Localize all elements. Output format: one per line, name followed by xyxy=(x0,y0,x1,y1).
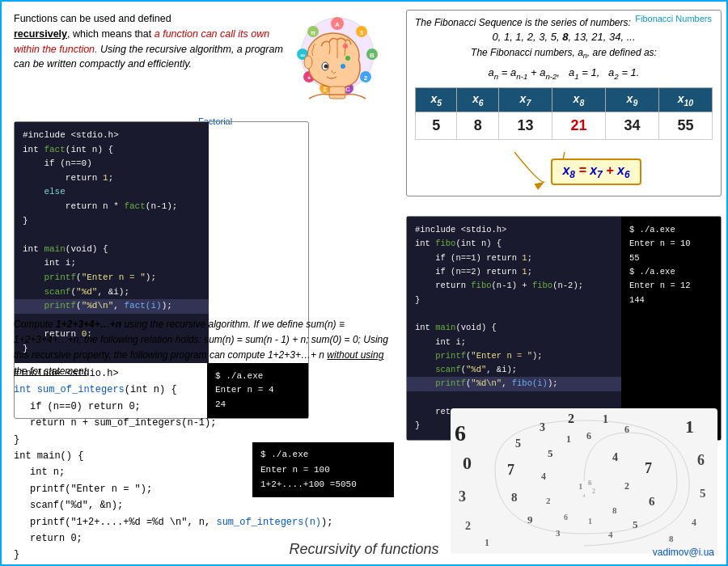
svg-text:1: 1 xyxy=(566,433,571,445)
svg-text:3: 3 xyxy=(459,488,466,505)
footer-title: Recursivity of functions xyxy=(289,541,438,558)
svg-text:1: 1 xyxy=(603,413,608,425)
svg-text:8: 8 xyxy=(669,534,674,543)
fib-header-x8: x8 xyxy=(552,87,605,112)
bottom-output: $ ./a.exe Enter n = 100 1+2+....+100 =50… xyxy=(252,442,394,497)
fib-header-x6: x6 xyxy=(457,87,498,112)
svg-text:7: 7 xyxy=(645,460,652,476)
svg-text:6: 6 xyxy=(586,430,591,441)
svg-text:4: 4 xyxy=(608,530,613,539)
fib-val-21: 21 xyxy=(552,112,605,139)
fib-header-x10: x10 xyxy=(658,87,712,112)
recursively-word: recursively xyxy=(14,28,67,40)
svg-text:0: 0 xyxy=(463,453,472,473)
intro-text: Functions can be used and defined recurs… xyxy=(14,11,289,72)
footer-email: vadimov@i.ua xyxy=(653,547,714,558)
svg-text:4: 4 xyxy=(612,451,618,463)
svg-text:5: 5 xyxy=(633,518,638,530)
svg-text:1: 1 xyxy=(485,537,489,548)
svg-point-21 xyxy=(304,56,312,69)
svg-text:4: 4 xyxy=(582,492,586,499)
svg-text:7: 7 xyxy=(507,462,514,478)
svg-text:6: 6 xyxy=(624,424,629,435)
svg-text:1: 1 xyxy=(685,416,694,437)
svg-text:∞: ∞ xyxy=(300,52,305,59)
fibonacci-label: Fibonacci Numbers xyxy=(633,14,714,23)
fib-header-x9: x9 xyxy=(605,87,658,112)
svg-text:3: 3 xyxy=(556,528,561,538)
fib-val-13: 13 xyxy=(498,112,552,139)
svg-point-26 xyxy=(341,64,345,69)
fibonacci-sequence: 0, 1, 1, 2, 3, 5, 8, 13, 21, 34, ... xyxy=(415,31,713,43)
svg-text:4: 4 xyxy=(692,517,696,528)
svg-text:B: B xyxy=(370,52,375,59)
svg-text:6: 6 xyxy=(697,452,705,468)
fib-val-34: 34 xyxy=(605,112,658,139)
svg-point-25 xyxy=(345,56,350,61)
svg-text:π: π xyxy=(311,29,315,36)
fib-val-55: 55 xyxy=(658,112,712,139)
svg-text:3: 3 xyxy=(360,29,364,36)
fib-header-x7: x7 xyxy=(498,87,552,112)
svg-text:9: 9 xyxy=(527,513,533,526)
fibonacci-header-row: x5 x6 x7 x8 x9 x10 xyxy=(416,87,713,112)
svg-text:8: 8 xyxy=(511,491,518,504)
svg-rect-20 xyxy=(329,87,345,99)
svg-point-24 xyxy=(343,44,348,49)
svg-text:6: 6 xyxy=(455,420,466,446)
svg-text:2: 2 xyxy=(465,520,471,532)
svg-text:A: A xyxy=(335,21,340,28)
svg-text:8: 8 xyxy=(612,505,617,515)
fibonacci-value-row: 5 8 13 21 34 55 xyxy=(416,112,713,139)
svg-text:2: 2 xyxy=(364,74,368,82)
svg-text:2: 2 xyxy=(624,480,629,492)
svg-text:Σ: Σ xyxy=(324,86,328,93)
intro-line1: Functions can be used and defined xyxy=(14,13,171,24)
svg-text:3: 3 xyxy=(540,421,545,433)
svg-text:2: 2 xyxy=(568,412,574,425)
svg-text:2: 2 xyxy=(592,488,595,495)
fibonacci-arrow-area: x8 = x7 + x6 xyxy=(415,144,713,189)
svg-text:6: 6 xyxy=(649,495,655,508)
svg-text:5: 5 xyxy=(548,447,553,459)
brain-image: A 3 B 2 C Σ + ∞ π xyxy=(281,10,394,123)
svg-text:6: 6 xyxy=(588,479,592,487)
svg-text:5: 5 xyxy=(700,487,706,500)
fibonacci-formula: an = an-1 + an-2, a1 = 1, a2 = 1. xyxy=(415,66,713,81)
svg-text:2: 2 xyxy=(546,496,551,505)
fibonacci-section: Fibonacci Numbers The Fibonacci Sequence… xyxy=(406,10,722,196)
svg-text:5: 5 xyxy=(515,437,521,450)
fibonacci-defined: The Fibonacci numbers, an, are defined a… xyxy=(415,47,713,60)
svg-text:1: 1 xyxy=(588,517,592,526)
svg-text:1: 1 xyxy=(578,481,583,491)
svg-point-23 xyxy=(324,65,328,69)
fibonacci-table: x5 x6 x7 x8 x9 x10 5 8 13 21 34 55 xyxy=(415,87,713,140)
fib-val-8: 8 xyxy=(457,112,498,139)
svg-text:4: 4 xyxy=(541,471,546,482)
spiral-image: 6 1 6 5 4 8 0 3 2 1 7 6 5 4 3 9 8 7 5 3 … xyxy=(447,406,722,555)
fibonacci-table-container: x5 x6 x7 x8 x9 x10 5 8 13 21 34 55 xyxy=(415,87,713,140)
fib-header-x5: x5 xyxy=(416,87,457,112)
fib-val-5: 5 xyxy=(416,112,457,139)
svg-text:6: 6 xyxy=(564,513,568,522)
fibonacci-arrow-formula: x8 = x7 + x6 xyxy=(551,158,641,185)
